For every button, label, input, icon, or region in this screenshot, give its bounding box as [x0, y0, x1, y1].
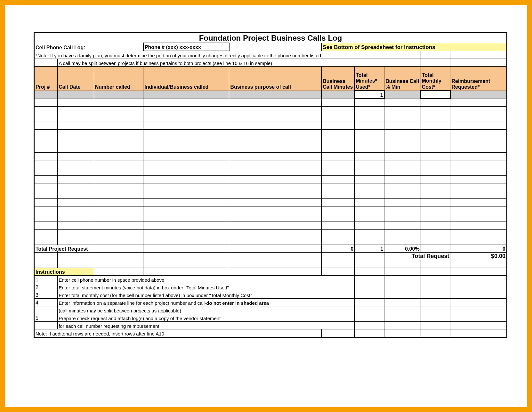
data-cell[interactable]: [35, 130, 58, 137]
data-cell[interactable]: [384, 114, 421, 122]
data-cell[interactable]: [229, 114, 322, 122]
data-cell[interactable]: [35, 230, 58, 237]
data-cell[interactable]: [229, 206, 322, 214]
data-cell[interactable]: [384, 191, 421, 199]
data-cell[interactable]: [35, 222, 58, 230]
data-cell[interactable]: [450, 107, 507, 114]
data-cell[interactable]: [421, 145, 450, 153]
data-cell[interactable]: [58, 191, 94, 199]
data-cell[interactable]: [94, 145, 143, 153]
data-cell[interactable]: [58, 160, 94, 168]
data-cell[interactable]: [229, 137, 322, 145]
data-cell[interactable]: [35, 114, 58, 122]
data-cell[interactable]: [384, 230, 421, 237]
data-cell[interactable]: [143, 99, 229, 107]
data-cell[interactable]: [322, 114, 355, 122]
data-cell[interactable]: [58, 199, 94, 206]
data-cell[interactable]: [384, 145, 421, 153]
data-cell[interactable]: [384, 237, 421, 245]
data-cell[interactable]: [143, 214, 229, 222]
data-cell[interactable]: [322, 99, 355, 107]
total-minutes-input[interactable]: 1: [355, 91, 384, 99]
data-cell[interactable]: [450, 114, 507, 122]
data-cell[interactable]: [322, 168, 355, 176]
data-cell[interactable]: [421, 160, 450, 168]
data-cell[interactable]: [322, 176, 355, 183]
data-cell[interactable]: [35, 137, 58, 145]
data-cell[interactable]: [229, 176, 322, 183]
data-cell[interactable]: [450, 230, 507, 237]
data-cell[interactable]: [94, 176, 143, 183]
data-cell[interactable]: [450, 137, 507, 145]
data-cell[interactable]: [322, 130, 355, 137]
data-cell[interactable]: [94, 230, 143, 237]
data-cell[interactable]: [384, 99, 421, 107]
data-cell[interactable]: [58, 237, 94, 245]
data-cell[interactable]: [143, 230, 229, 237]
data-cell[interactable]: [355, 183, 384, 191]
data-cell[interactable]: [355, 160, 384, 168]
data-cell[interactable]: [58, 99, 94, 107]
data-cell[interactable]: [94, 199, 143, 206]
data-cell[interactable]: [384, 130, 421, 137]
data-cell[interactable]: [229, 145, 322, 153]
data-cell[interactable]: [229, 122, 322, 130]
data-cell[interactable]: [322, 237, 355, 245]
data-cell[interactable]: [421, 168, 450, 176]
data-cell[interactable]: [355, 206, 384, 214]
data-cell[interactable]: [421, 183, 450, 191]
data-cell[interactable]: [421, 153, 450, 160]
data-cell[interactable]: [94, 160, 143, 168]
data-cell[interactable]: [229, 99, 322, 107]
data-cell[interactable]: [58, 206, 94, 214]
data-cell[interactable]: [94, 206, 143, 214]
data-cell[interactable]: [58, 176, 94, 183]
data-cell[interactable]: [35, 107, 58, 114]
data-cell[interactable]: [58, 122, 94, 130]
data-cell[interactable]: [94, 237, 143, 245]
data-cell[interactable]: [322, 137, 355, 145]
data-cell[interactable]: [450, 176, 507, 183]
data-cell[interactable]: [322, 145, 355, 153]
data-cell[interactable]: [143, 222, 229, 230]
data-cell[interactable]: [94, 183, 143, 191]
data-cell[interactable]: [450, 122, 507, 130]
data-cell[interactable]: [143, 183, 229, 191]
data-cell[interactable]: [322, 222, 355, 230]
data-cell[interactable]: [384, 168, 421, 176]
data-cell[interactable]: [94, 214, 143, 222]
data-cell[interactable]: [322, 122, 355, 130]
data-cell[interactable]: [35, 191, 58, 199]
data-cell[interactable]: [322, 206, 355, 214]
data-cell[interactable]: [58, 107, 94, 114]
data-cell[interactable]: [35, 99, 58, 107]
data-cell[interactable]: [450, 199, 507, 206]
data-cell[interactable]: [58, 130, 94, 137]
data-cell[interactable]: [143, 153, 229, 160]
data-cell[interactable]: [355, 107, 384, 114]
data-cell[interactable]: [450, 168, 507, 176]
data-cell[interactable]: [450, 130, 507, 137]
data-cell[interactable]: [143, 137, 229, 145]
data-cell[interactable]: [450, 206, 507, 214]
data-cell[interactable]: [421, 206, 450, 214]
data-cell[interactable]: [450, 160, 507, 168]
data-cell[interactable]: [322, 230, 355, 237]
data-cell[interactable]: [384, 107, 421, 114]
data-cell[interactable]: [355, 99, 384, 107]
data-cell[interactable]: [58, 183, 94, 191]
data-cell[interactable]: [229, 222, 322, 230]
data-cell[interactable]: [35, 160, 58, 168]
data-cell[interactable]: [355, 114, 384, 122]
data-cell[interactable]: [421, 114, 450, 122]
data-cell[interactable]: [35, 176, 58, 183]
data-cell[interactable]: [355, 153, 384, 160]
data-cell[interactable]: [143, 191, 229, 199]
data-cell[interactable]: [355, 130, 384, 137]
data-cell[interactable]: [143, 130, 229, 137]
data-cell[interactable]: [58, 153, 94, 160]
data-cell[interactable]: [229, 230, 322, 237]
data-cell[interactable]: [355, 230, 384, 237]
data-cell[interactable]: [355, 137, 384, 145]
data-cell[interactable]: [384, 160, 421, 168]
